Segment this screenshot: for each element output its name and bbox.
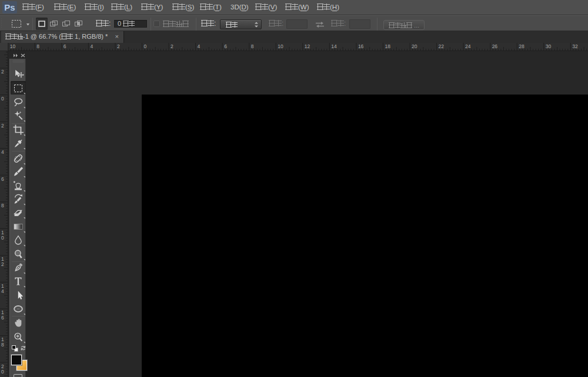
svg-text:24: 24	[465, 43, 471, 49]
svg-text:2: 2	[1, 123, 4, 129]
svg-text:14: 14	[331, 43, 337, 49]
svg-text:4: 4	[1, 149, 4, 155]
svg-text:8: 8	[36, 43, 39, 49]
svg-text:0: 0	[144, 43, 147, 49]
svg-text:26: 26	[492, 43, 498, 49]
svg-text:10: 10	[278, 43, 283, 49]
svg-text:12: 12	[305, 43, 310, 49]
svg-text:0: 0	[1, 369, 4, 375]
svg-text:22: 22	[439, 43, 445, 49]
svg-text:18: 18	[385, 43, 390, 49]
svg-text:4: 4	[1, 288, 4, 294]
svg-text:6: 6	[1, 315, 4, 321]
svg-text:6: 6	[1, 176, 4, 182]
svg-text:28: 28	[519, 43, 524, 49]
svg-text:20: 20	[412, 43, 417, 49]
svg-text:8: 8	[1, 342, 4, 348]
svg-text:2: 2	[171, 43, 173, 49]
svg-text:10: 10	[10, 43, 16, 49]
svg-text:8: 8	[251, 43, 254, 49]
svg-text:2: 2	[117, 43, 120, 49]
svg-text:4: 4	[90, 43, 93, 49]
svg-text:0: 0	[1, 96, 4, 102]
svg-text:6: 6	[224, 43, 227, 49]
svg-text:30: 30	[546, 43, 552, 49]
svg-text:32: 32	[572, 43, 578, 49]
svg-text:0: 0	[1, 235, 4, 241]
svg-text:6: 6	[64, 43, 66, 49]
svg-text:2: 2	[1, 261, 4, 267]
svg-text:8: 8	[1, 203, 4, 208]
svg-text:4: 4	[198, 43, 201, 49]
svg-text:16: 16	[358, 43, 364, 49]
svg-text:2: 2	[1, 69, 4, 75]
